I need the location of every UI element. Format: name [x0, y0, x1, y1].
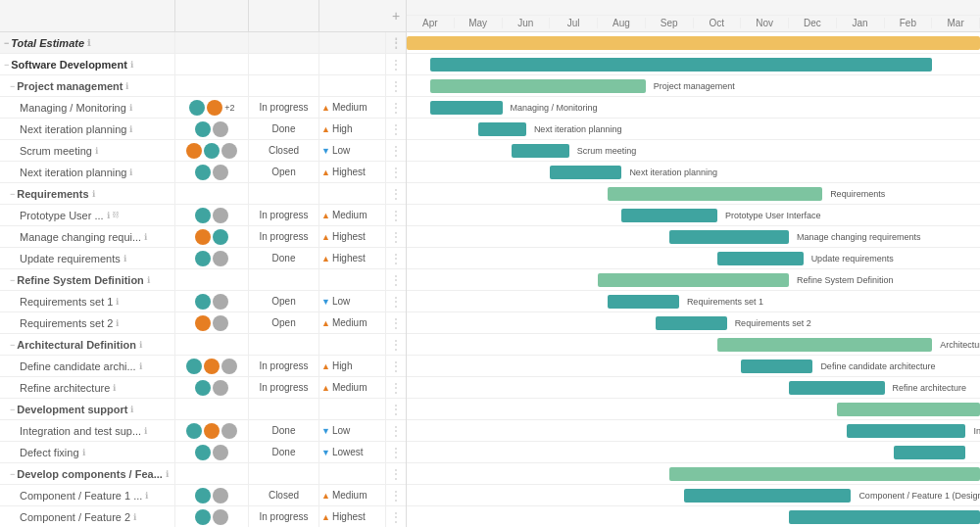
- task-menu-cell[interactable]: ⋮: [386, 101, 406, 115]
- gantt-bar[interactable]: Component / Feature 1 (Design and protot…: [684, 489, 852, 503]
- gantt-bar[interactable]: Requirements: [608, 187, 822, 201]
- gantt-bar[interactable]: Manage changing requirements: [669, 230, 789, 244]
- info-icon[interactable]: ℹ: [82, 448, 85, 457]
- task-menu-cell[interactable]: ⋮: [386, 79, 406, 93]
- info-icon[interactable]: ℹ: [144, 232, 147, 242]
- priority-arrow: ▼: [321, 297, 330, 307]
- task-menu-cell[interactable]: ⋮: [386, 489, 406, 503]
- info-icon[interactable]: ℹ: [147, 275, 150, 285]
- info-icon[interactable]: ℹ: [107, 211, 110, 220]
- gantt-bar[interactable]: Update requirements: [717, 252, 804, 265]
- avatar: [221, 143, 237, 159]
- info-icon[interactable]: ℹ: [95, 146, 98, 156]
- task-menu-cell[interactable]: ⋮: [386, 209, 406, 222]
- task-menu-cell[interactable]: ⋮: [386, 36, 406, 50]
- gantt-bar[interactable]: Next iteration planning: [478, 122, 526, 136]
- gantt-bar[interactable]: [407, 36, 980, 50]
- task-menu-cell[interactable]: ⋮: [386, 166, 406, 179]
- task-assigned-cell: [175, 334, 249, 355]
- task-menu-cell[interactable]: ⋮: [386, 252, 406, 265]
- gantt-bar[interactable]: [894, 446, 965, 459]
- task-name-cell: Integration and test sup...ℹ: [0, 420, 175, 441]
- task-menu-cell[interactable]: ⋮: [386, 230, 406, 244]
- info-icon[interactable]: ℹ: [145, 491, 148, 501]
- month-cell-feb: Feb: [885, 18, 933, 28]
- gantt-bar[interactable]: Requirements set 2: [656, 316, 727, 330]
- gantt-bar[interactable]: Project management: [430, 79, 645, 93]
- task-menu-cell[interactable]: ⋮: [386, 316, 406, 330]
- task-menu-cell[interactable]: ⋮: [386, 295, 406, 309]
- gantt-bar[interactable]: [430, 58, 932, 72]
- info-icon[interactable]: ℹ: [125, 81, 128, 91]
- task-priority-cell: [319, 269, 386, 290]
- task-menu-cell[interactable]: ⋮: [386, 446, 406, 459]
- info-icon[interactable]: ℹ: [92, 189, 95, 199]
- expand-icon[interactable]: −: [4, 38, 9, 48]
- task-label: Prototype User ...: [20, 210, 104, 221]
- task-menu-cell[interactable]: ⋮: [386, 187, 406, 201]
- info-icon[interactable]: ℹ: [113, 383, 116, 393]
- task-menu-cell[interactable]: ⋮: [386, 359, 406, 373]
- gantt-bar[interactable]: Refine architecture: [789, 381, 885, 395]
- table-row: Requirements set 1ℹOpen▼Low⋮: [0, 291, 406, 312]
- gantt-header: AprMayJunJulAugSepOctNovDecJanFebMar: [407, 0, 980, 32]
- task-menu-cell[interactable]: ⋮: [386, 467, 406, 481]
- info-icon[interactable]: ℹ: [129, 103, 132, 113]
- gantt-bar[interactable]: Next iteration planning: [550, 166, 621, 179]
- gantt-bar[interactable]: Define candidate architecture: [741, 359, 812, 373]
- info-icon[interactable]: ℹ: [129, 168, 132, 177]
- expand-icon[interactable]: −: [4, 60, 9, 70]
- task-name-cell: −Total Estimateℹ: [0, 32, 175, 53]
- info-icon[interactable]: ℹ: [87, 38, 90, 48]
- gantt-bar[interactable]: Refine System Definition: [598, 273, 789, 287]
- task-menu-cell[interactable]: ⋮: [386, 338, 406, 352]
- task-menu-cell[interactable]: ⋮: [386, 424, 406, 438]
- priority-arrow: ▲: [321, 512, 330, 522]
- avatar: [186, 359, 202, 374]
- gantt-bar[interactable]: [837, 403, 980, 416]
- gantt-bar[interactable]: Component / Feature 2: [789, 510, 980, 524]
- expand-icon[interactable]: −: [10, 81, 15, 91]
- gantt-bar[interactable]: Requirements set 1: [608, 295, 679, 309]
- expand-icon[interactable]: −: [10, 469, 15, 479]
- avatar: [213, 488, 228, 503]
- task-menu-cell[interactable]: ⋮: [386, 122, 406, 136]
- info-icon[interactable]: ℹ: [123, 254, 126, 264]
- info-icon[interactable]: ℹ: [116, 297, 119, 307]
- gantt-row: Develop components / Feature: [407, 463, 980, 485]
- task-menu-cell[interactable]: ⋮: [386, 58, 406, 72]
- gantt-bar[interactable]: Scrum meeting: [512, 144, 569, 158]
- task-menu-cell[interactable]: ⋮: [386, 403, 406, 416]
- expand-icon[interactable]: −: [10, 189, 15, 199]
- gantt-bar[interactable]: Integration and test: [847, 424, 966, 438]
- task-name-cell: Refine architectureℹ: [0, 377, 175, 398]
- info-icon[interactable]: ℹ: [139, 361, 142, 371]
- table-row: Define candidate archi...ℹIn progress▲Hi…: [0, 356, 406, 377]
- gantt-bar[interactable]: Managing / Monitoring: [430, 101, 502, 115]
- info-icon[interactable]: ℹ: [130, 405, 133, 414]
- task-menu-cell[interactable]: ⋮: [386, 273, 406, 287]
- task-menu-cell[interactable]: ⋮: [386, 381, 406, 395]
- info-icon[interactable]: ℹ: [166, 469, 169, 479]
- gantt-bar[interactable]: Develop components / Feature: [669, 467, 980, 481]
- task-label: Next iteration planning: [20, 123, 126, 135]
- info-icon[interactable]: ℹ: [129, 124, 132, 134]
- expand-icon[interactable]: −: [10, 405, 15, 414]
- priority-label: Medium: [332, 490, 368, 501]
- expand-icon[interactable]: −: [10, 340, 15, 350]
- expand-icon[interactable]: −: [10, 275, 15, 285]
- task-menu-cell[interactable]: ⋮: [386, 510, 406, 524]
- info-icon[interactable]: ℹ: [144, 426, 147, 436]
- gantt-bar[interactable]: Prototype User Interface: [621, 209, 717, 222]
- task-priority-cell: [319, 183, 386, 204]
- task-status-cell: [249, 54, 319, 74]
- info-icon[interactable]: ℹ: [130, 60, 133, 70]
- gantt-row: Integration and test: [407, 420, 980, 442]
- gantt-bar[interactable]: Architectural Definition: [717, 338, 932, 352]
- info-icon[interactable]: ℹ: [139, 340, 142, 350]
- task-menu-cell[interactable]: ⋮: [386, 144, 406, 158]
- task-label: Requirements: [17, 188, 88, 200]
- info-icon[interactable]: ℹ: [116, 318, 119, 328]
- info-icon[interactable]: ℹ: [133, 512, 136, 522]
- add-column-button[interactable]: +: [386, 8, 406, 24]
